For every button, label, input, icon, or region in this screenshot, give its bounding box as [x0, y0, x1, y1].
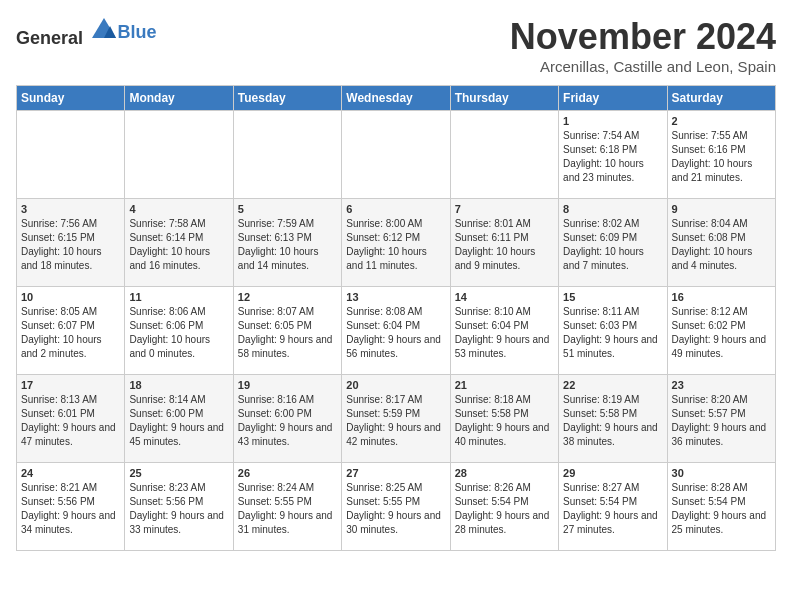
day-info: Sunrise: 7:56 AMSunset: 6:15 PMDaylight:… [21, 217, 120, 273]
day-number: 11 [129, 291, 228, 303]
day-info: Sunrise: 8:18 AMSunset: 5:58 PMDaylight:… [455, 393, 554, 449]
day-number: 2 [672, 115, 771, 127]
calendar-cell: 29Sunrise: 8:27 AMSunset: 5:54 PMDayligh… [559, 463, 667, 551]
day-info: Sunrise: 7:58 AMSunset: 6:14 PMDaylight:… [129, 217, 228, 273]
day-info: Sunrise: 8:06 AMSunset: 6:06 PMDaylight:… [129, 305, 228, 361]
calendar-cell: 13Sunrise: 8:08 AMSunset: 6:04 PMDayligh… [342, 287, 450, 375]
calendar-cell: 10Sunrise: 8:05 AMSunset: 6:07 PMDayligh… [17, 287, 125, 375]
day-info: Sunrise: 8:13 AMSunset: 6:01 PMDaylight:… [21, 393, 120, 449]
day-info: Sunrise: 8:07 AMSunset: 6:05 PMDaylight:… [238, 305, 337, 361]
week-row-1: 1Sunrise: 7:54 AMSunset: 6:18 PMDaylight… [17, 111, 776, 199]
calendar-cell: 8Sunrise: 8:02 AMSunset: 6:09 PMDaylight… [559, 199, 667, 287]
calendar-table: SundayMondayTuesdayWednesdayThursdayFrid… [16, 85, 776, 551]
day-info: Sunrise: 8:26 AMSunset: 5:54 PMDaylight:… [455, 481, 554, 537]
day-number: 8 [563, 203, 662, 215]
header-day-thursday: Thursday [450, 86, 558, 111]
title-area: November 2024 Arcenillas, Castille and L… [510, 16, 776, 75]
day-info: Sunrise: 8:08 AMSunset: 6:04 PMDaylight:… [346, 305, 445, 361]
day-info: Sunrise: 8:14 AMSunset: 6:00 PMDaylight:… [129, 393, 228, 449]
week-row-5: 24Sunrise: 8:21 AMSunset: 5:56 PMDayligh… [17, 463, 776, 551]
header-day-wednesday: Wednesday [342, 86, 450, 111]
calendar-cell [233, 111, 341, 199]
day-number: 21 [455, 379, 554, 391]
header-day-monday: Monday [125, 86, 233, 111]
day-number: 3 [21, 203, 120, 215]
day-info: Sunrise: 8:04 AMSunset: 6:08 PMDaylight:… [672, 217, 771, 273]
logo-text-blue: Blue [118, 22, 157, 42]
day-info: Sunrise: 8:01 AMSunset: 6:11 PMDaylight:… [455, 217, 554, 273]
header-row: SundayMondayTuesdayWednesdayThursdayFrid… [17, 86, 776, 111]
day-number: 7 [455, 203, 554, 215]
header-day-tuesday: Tuesday [233, 86, 341, 111]
day-info: Sunrise: 8:20 AMSunset: 5:57 PMDaylight:… [672, 393, 771, 449]
month-title: November 2024 [510, 16, 776, 58]
calendar-cell: 5Sunrise: 7:59 AMSunset: 6:13 PMDaylight… [233, 199, 341, 287]
calendar-cell: 15Sunrise: 8:11 AMSunset: 6:03 PMDayligh… [559, 287, 667, 375]
calendar-cell: 12Sunrise: 8:07 AMSunset: 6:05 PMDayligh… [233, 287, 341, 375]
day-info: Sunrise: 8:00 AMSunset: 6:12 PMDaylight:… [346, 217, 445, 273]
header-day-friday: Friday [559, 86, 667, 111]
calendar-cell: 14Sunrise: 8:10 AMSunset: 6:04 PMDayligh… [450, 287, 558, 375]
day-info: Sunrise: 8:21 AMSunset: 5:56 PMDaylight:… [21, 481, 120, 537]
logo: General Blue [16, 16, 157, 49]
calendar-cell: 26Sunrise: 8:24 AMSunset: 5:55 PMDayligh… [233, 463, 341, 551]
day-info: Sunrise: 7:54 AMSunset: 6:18 PMDaylight:… [563, 129, 662, 185]
calendar-cell [125, 111, 233, 199]
calendar-cell: 9Sunrise: 8:04 AMSunset: 6:08 PMDaylight… [667, 199, 775, 287]
day-number: 17 [21, 379, 120, 391]
day-info: Sunrise: 8:25 AMSunset: 5:55 PMDaylight:… [346, 481, 445, 537]
calendar-cell: 24Sunrise: 8:21 AMSunset: 5:56 PMDayligh… [17, 463, 125, 551]
calendar-cell: 20Sunrise: 8:17 AMSunset: 5:59 PMDayligh… [342, 375, 450, 463]
calendar-cell: 27Sunrise: 8:25 AMSunset: 5:55 PMDayligh… [342, 463, 450, 551]
calendar-cell: 11Sunrise: 8:06 AMSunset: 6:06 PMDayligh… [125, 287, 233, 375]
day-info: Sunrise: 8:02 AMSunset: 6:09 PMDaylight:… [563, 217, 662, 273]
day-info: Sunrise: 8:28 AMSunset: 5:54 PMDaylight:… [672, 481, 771, 537]
day-info: Sunrise: 8:10 AMSunset: 6:04 PMDaylight:… [455, 305, 554, 361]
header-day-sunday: Sunday [17, 86, 125, 111]
week-row-3: 10Sunrise: 8:05 AMSunset: 6:07 PMDayligh… [17, 287, 776, 375]
day-number: 24 [21, 467, 120, 479]
day-info: Sunrise: 8:23 AMSunset: 5:56 PMDaylight:… [129, 481, 228, 537]
day-number: 4 [129, 203, 228, 215]
calendar-cell: 28Sunrise: 8:26 AMSunset: 5:54 PMDayligh… [450, 463, 558, 551]
day-info: Sunrise: 8:17 AMSunset: 5:59 PMDaylight:… [346, 393, 445, 449]
calendar-cell: 21Sunrise: 8:18 AMSunset: 5:58 PMDayligh… [450, 375, 558, 463]
day-number: 28 [455, 467, 554, 479]
day-info: Sunrise: 8:16 AMSunset: 6:00 PMDaylight:… [238, 393, 337, 449]
week-row-2: 3Sunrise: 7:56 AMSunset: 6:15 PMDaylight… [17, 199, 776, 287]
day-number: 13 [346, 291, 445, 303]
week-row-4: 17Sunrise: 8:13 AMSunset: 6:01 PMDayligh… [17, 375, 776, 463]
calendar-cell: 2Sunrise: 7:55 AMSunset: 6:16 PMDaylight… [667, 111, 775, 199]
day-number: 15 [563, 291, 662, 303]
logo-icon [90, 16, 118, 44]
logo-text-general: General [16, 28, 83, 48]
day-info: Sunrise: 8:19 AMSunset: 5:58 PMDaylight:… [563, 393, 662, 449]
calendar-cell: 18Sunrise: 8:14 AMSunset: 6:00 PMDayligh… [125, 375, 233, 463]
calendar-cell: 19Sunrise: 8:16 AMSunset: 6:00 PMDayligh… [233, 375, 341, 463]
day-info: Sunrise: 8:11 AMSunset: 6:03 PMDaylight:… [563, 305, 662, 361]
day-info: Sunrise: 8:27 AMSunset: 5:54 PMDaylight:… [563, 481, 662, 537]
day-number: 26 [238, 467, 337, 479]
day-number: 6 [346, 203, 445, 215]
calendar-cell: 30Sunrise: 8:28 AMSunset: 5:54 PMDayligh… [667, 463, 775, 551]
calendar-cell: 6Sunrise: 8:00 AMSunset: 6:12 PMDaylight… [342, 199, 450, 287]
day-number: 10 [21, 291, 120, 303]
day-number: 14 [455, 291, 554, 303]
day-info: Sunrise: 7:59 AMSunset: 6:13 PMDaylight:… [238, 217, 337, 273]
header: General Blue November 2024 Arcenillas, C… [16, 16, 776, 75]
day-number: 16 [672, 291, 771, 303]
day-number: 30 [672, 467, 771, 479]
day-number: 5 [238, 203, 337, 215]
calendar-cell [17, 111, 125, 199]
calendar-cell: 17Sunrise: 8:13 AMSunset: 6:01 PMDayligh… [17, 375, 125, 463]
calendar-cell: 22Sunrise: 8:19 AMSunset: 5:58 PMDayligh… [559, 375, 667, 463]
calendar-cell [342, 111, 450, 199]
day-info: Sunrise: 8:05 AMSunset: 6:07 PMDaylight:… [21, 305, 120, 361]
calendar-cell: 3Sunrise: 7:56 AMSunset: 6:15 PMDaylight… [17, 199, 125, 287]
day-number: 22 [563, 379, 662, 391]
day-number: 23 [672, 379, 771, 391]
day-number: 27 [346, 467, 445, 479]
day-number: 12 [238, 291, 337, 303]
day-number: 1 [563, 115, 662, 127]
header-day-saturday: Saturday [667, 86, 775, 111]
